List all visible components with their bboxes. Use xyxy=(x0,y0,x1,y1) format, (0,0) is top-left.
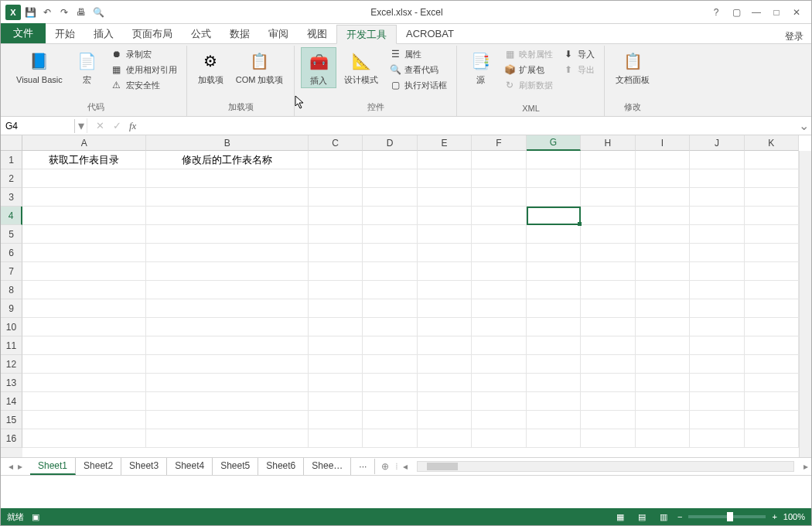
zoom-slider[interactable] xyxy=(688,515,766,518)
cell[interactable] xyxy=(146,355,308,374)
cell[interactable] xyxy=(22,411,146,429)
cell[interactable] xyxy=(690,281,744,299)
cell[interactable] xyxy=(527,392,581,411)
cell[interactable] xyxy=(472,262,526,281)
cell[interactable] xyxy=(146,188,308,207)
sheet-tab[interactable]: Sheet4 xyxy=(167,458,213,475)
cell[interactable] xyxy=(146,225,308,244)
column-header[interactable]: A xyxy=(22,135,146,151)
cell[interactable] xyxy=(527,188,581,207)
cell[interactable] xyxy=(581,411,635,429)
cell[interactable] xyxy=(690,392,744,411)
row-header[interactable]: 3 xyxy=(1,188,22,207)
cell[interactable] xyxy=(418,262,472,281)
cell[interactable] xyxy=(22,207,146,225)
cell[interactable] xyxy=(363,355,417,374)
cell[interactable] xyxy=(146,299,308,318)
row-header[interactable]: 15 xyxy=(1,411,22,429)
column-header[interactable]: G xyxy=(527,135,581,151)
cell[interactable] xyxy=(146,244,308,262)
cell[interactable] xyxy=(22,336,146,355)
sheet-tab[interactable]: Sheet5 xyxy=(213,458,258,475)
column-header[interactable]: K xyxy=(745,135,799,151)
cell[interactable] xyxy=(636,151,690,169)
cell[interactable] xyxy=(472,188,526,207)
cell[interactable] xyxy=(363,281,417,299)
com-addins-button[interactable]: 📋 COM 加载项 xyxy=(231,47,288,87)
view-code-button[interactable]: 🔍查看代码 xyxy=(386,63,450,77)
cell[interactable] xyxy=(636,169,690,188)
cell[interactable] xyxy=(309,318,363,336)
cell[interactable] xyxy=(581,151,635,169)
cell[interactable] xyxy=(527,355,581,374)
column-header[interactable]: D xyxy=(363,135,417,151)
cell[interactable] xyxy=(309,411,363,429)
cell[interactable] xyxy=(22,244,146,262)
cell[interactable] xyxy=(472,355,526,374)
name-box-dropdown[interactable]: ▾ xyxy=(75,118,87,133)
cell[interactable] xyxy=(309,244,363,262)
cell[interactable] xyxy=(745,188,799,207)
cell[interactable] xyxy=(690,262,744,281)
cell[interactable] xyxy=(527,411,581,429)
cell[interactable]: 修改后的工作表名称 xyxy=(146,151,308,169)
sheet-nav-prev[interactable]: ◂ xyxy=(9,461,13,472)
cell[interactable] xyxy=(418,374,472,392)
row-header[interactable]: 2 xyxy=(1,169,22,188)
cell[interactable] xyxy=(418,225,472,244)
cell[interactable] xyxy=(22,392,146,411)
cell[interactable] xyxy=(690,151,744,169)
cell[interactable] xyxy=(745,207,799,225)
file-tab[interactable]: 文件 xyxy=(1,23,46,43)
cell[interactable]: 获取工作表目录 xyxy=(22,151,146,169)
cell[interactable] xyxy=(146,374,308,392)
cell[interactable] xyxy=(309,225,363,244)
redo-icon[interactable]: ↷ xyxy=(56,5,72,20)
column-header[interactable]: I xyxy=(636,135,690,151)
column-header[interactable]: J xyxy=(690,135,744,151)
ribbon-tab[interactable]: 审阅 xyxy=(259,24,298,43)
fx-icon[interactable]: fx xyxy=(126,120,139,132)
cell[interactable] xyxy=(309,336,363,355)
cell[interactable] xyxy=(363,151,417,169)
cell[interactable] xyxy=(527,244,581,262)
row-header[interactable]: 10 xyxy=(1,318,22,336)
help-button[interactable]: ? xyxy=(708,5,725,20)
sheet-tab[interactable]: Sheet3 xyxy=(121,458,167,475)
row-header[interactable]: 1 xyxy=(1,151,22,169)
cell[interactable] xyxy=(146,429,308,448)
run-dialog-button[interactable]: ▢执行对话框 xyxy=(386,78,450,92)
cell[interactable] xyxy=(472,299,526,318)
cell[interactable] xyxy=(527,336,581,355)
cell[interactable] xyxy=(690,225,744,244)
enter-formula-button[interactable]: ✓ xyxy=(109,120,125,132)
cell[interactable] xyxy=(745,355,799,374)
cell[interactable] xyxy=(418,318,472,336)
cell[interactable] xyxy=(581,355,635,374)
cell[interactable] xyxy=(363,207,417,225)
cell[interactable] xyxy=(745,151,799,169)
cell[interactable] xyxy=(636,392,690,411)
macro-record-indicator[interactable]: ▣ xyxy=(32,512,39,522)
page-layout-view-button[interactable]: ▤ xyxy=(634,511,650,523)
cell[interactable] xyxy=(527,262,581,281)
cell[interactable] xyxy=(146,169,308,188)
cell[interactable] xyxy=(581,429,635,448)
cell[interactable] xyxy=(363,188,417,207)
cell[interactable] xyxy=(418,151,472,169)
cell[interactable] xyxy=(309,429,363,448)
cell[interactable] xyxy=(581,299,635,318)
cell[interactable] xyxy=(363,169,417,188)
cell[interactable] xyxy=(745,169,799,188)
cell[interactable] xyxy=(690,429,744,448)
cell[interactable] xyxy=(581,244,635,262)
sheet-nav-next[interactable]: ▸ xyxy=(18,461,22,472)
cell[interactable] xyxy=(745,225,799,244)
cell[interactable] xyxy=(472,151,526,169)
document-panel-button[interactable]: 📋 文档面板 xyxy=(611,47,654,87)
cell[interactable] xyxy=(22,169,146,188)
xml-source-button[interactable]: 📑 源 xyxy=(463,47,497,87)
cell[interactable] xyxy=(690,299,744,318)
cell[interactable] xyxy=(472,429,526,448)
cell[interactable] xyxy=(363,225,417,244)
